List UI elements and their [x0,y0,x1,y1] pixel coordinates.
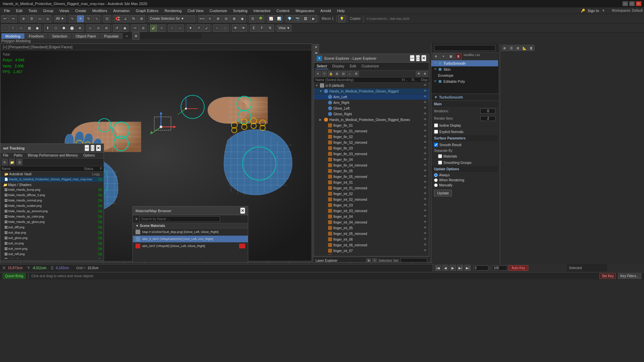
se-bone-finger-fin-05m[interactable]: finger_fin_05_mirrored👁 [314,174,429,180]
percent-snap-button[interactable]: % [130,15,137,22]
tab-more[interactable]: » [123,33,130,39]
se-main-object[interactable]: ▼ Hands_in_Medical_Protective_Gloves_Rig… [314,88,429,94]
relax-button[interactable]: ≈ [158,24,165,32]
se-glove-right[interactable]: Glove_Right 👁 [314,111,429,117]
quickslice-button[interactable]: ⊘ [140,24,147,32]
menu-interactive[interactable]: Interactive [251,8,273,13]
tab-selection[interactable]: Selection [48,33,71,39]
constraint-edge-button[interactable]: E [250,24,258,32]
ts-manually-radio[interactable] [434,183,438,187]
se-bone-int-04m[interactable]: finger_int_04_mirrored👁 [314,220,429,225]
se-bone-finger-fin-02m[interactable]: finger_fin_02_mirrored👁 [314,140,429,145]
tab-populate[interactable]: Populate [100,33,122,39]
vertex-mode-button[interactable]: · [1,24,9,32]
target-weld-button[interactable]: ⊚ [103,24,110,32]
at-menu-options[interactable]: Options [82,153,96,158]
ts-render-iters-input[interactable] [480,116,495,121]
angle-snap-button[interactable]: ∠ [122,15,129,22]
ts-smoothing-groups-checkbox[interactable] [438,161,442,165]
minimize-button[interactable]: ─ [623,1,628,6]
ts-update-button[interactable]: Update [434,190,452,196]
se-bone-int-05m[interactable]: finger_int_05_mirrored👁 [314,231,429,237]
tab-settings-button[interactable]: ⚙ [132,32,140,40]
menu-graph-editors[interactable]: Graph Editors [133,8,161,13]
se-arm-right[interactable]: Arm_Right 👁 [314,100,429,106]
se-delete-button[interactable]: ✕ [315,71,321,76]
rp-icon-1[interactable]: ⊕ [501,45,507,51]
schematic-view-button[interactable]: 📊 [275,15,283,22]
se-bone-int-02m[interactable]: finger_int_02_mirrored👁 [314,197,429,202]
se-maximize[interactable]: □ [416,55,420,61]
se-glove-left[interactable]: Glove_Left 👁 [314,106,429,111]
ts-iterations-input[interactable] [480,109,495,114]
material-search-input[interactable] [140,216,220,222]
normal-align-button[interactable]: ⊟ [222,15,230,22]
mirror-button[interactable]: ⟺ [198,15,206,22]
scale-button[interactable]: ⤡ [93,15,100,22]
select-by-name-button[interactable]: ☰ [28,15,35,22]
redo-button[interactable]: ↪ [9,15,17,22]
hide-selected-button[interactable]: 👁 [232,24,239,32]
se-layer-default[interactable]: ▼ ⊙ 0 (default) 👁 [314,83,429,88]
spinner-snap-button[interactable]: ⊞ [138,15,145,22]
prev-frame-button[interactable]: ◀ [442,265,448,271]
material-editor-button[interactable]: 💎 [286,15,293,22]
modifier-editable-poly[interactable]: 👁 Editable Poly [431,78,498,84]
material-item-1[interactable]: Map #:1018347(suit_disp.png) [Glove_Left… [133,229,248,236]
object-name-input[interactable]: Arm_Left [434,45,495,51]
se-bone-finger-fin-01[interactable]: finger_fin_01👁 [314,123,429,128]
rp-icon-4[interactable]: 📐 [522,45,528,51]
polygon-mode-button[interactable]: ▦ [25,24,33,32]
se-expand-all-button[interactable]: ⊞ [334,71,340,76]
chamfer-button[interactable]: ◇ [87,24,94,32]
go-start-button[interactable]: |◀ [435,265,441,271]
render-frame-button[interactable]: 🖼 [302,15,309,22]
modifier-skin[interactable]: 👁 Skin [431,66,498,72]
se-tab-edit[interactable]: Edit [348,63,358,69]
meshsmooth-button[interactable]: ◌ [221,24,229,32]
mod-tab-3[interactable]: ▦ [447,53,454,59]
se-bone-int-07[interactable]: finger_int_07👁 [314,248,429,254]
menu-civil-view[interactable]: Civil View [185,8,206,13]
next-frame-button[interactable]: ▶| [457,265,463,271]
ts-materials-checkbox[interactable] [438,154,442,158]
window-crossing-button[interactable]: ⧈ [44,15,51,22]
vp-tool-1[interactable]: ⊞ [314,44,319,50]
select-button[interactable]: ↖ [69,15,76,22]
ts-always-radio[interactable] [434,173,438,177]
layer-mgr-button[interactable]: ☰ [249,15,256,22]
weld-button[interactable]: ⊙ [95,24,102,32]
menu-scripting[interactable]: Scripting [230,8,250,13]
frame-input[interactable] [473,265,488,270]
se-bone-int-01m[interactable]: finger_int_01_mirrored👁 [314,185,429,191]
se-minimize[interactable]: ─ [410,55,414,61]
undo-button[interactable]: ↩ [1,15,9,22]
menu-rendering[interactable]: Rendering [162,8,184,13]
create-selection-set-dropdown[interactable]: Create Selection Se ▼ [148,15,195,22]
ring-button[interactable]: ◉ [121,24,128,32]
close-button[interactable]: ✕ [636,1,641,6]
se-bone-finger-fin-03m[interactable]: finger_fin_03_mirrored👁 [314,151,429,157]
curve-editor-button[interactable]: 📈 [267,15,275,22]
edge-mode-button[interactable]: / [9,24,17,32]
paint-deform-button[interactable]: 🖌 [150,24,157,32]
inset-button[interactable]: ⬢ [60,24,67,32]
select-object-button[interactable]: ⊕ [20,15,27,22]
se-bone-finger-fin-01m[interactable]: finger_fin_01_mirrored👁 [314,128,429,134]
constraint-normal-button[interactable]: N [266,24,274,32]
at-menu-paths[interactable]: Paths [12,153,24,158]
se-freeze-button[interactable]: ❄ [422,71,428,76]
constraint-face-button[interactable]: F [258,24,266,32]
asset-tracking-close[interactable]: ✕ [96,145,101,151]
at-menu-file[interactable]: File [2,153,10,158]
tab-object-paint[interactable]: Object Paint [72,33,100,39]
se-bone-int-01[interactable]: finger_int_01👁 [314,180,429,185]
se-bone-finger-fin-04m[interactable]: finger_fin_04_mirrored👁 [314,163,429,168]
asset-tracking-minimize[interactable]: ─ [85,145,89,151]
se-options-button[interactable]: ⚙ [354,71,359,76]
detach-button[interactable]: ↗ [195,24,202,32]
ts-when-rendering-radio[interactable] [434,178,438,182]
tab-modeling[interactable]: Modeling [1,33,24,39]
se-bone-finger-fin-05[interactable]: finger_fin_05👁 [314,168,429,174]
se-bone-int-05[interactable]: finger_int_05👁 [314,225,429,231]
